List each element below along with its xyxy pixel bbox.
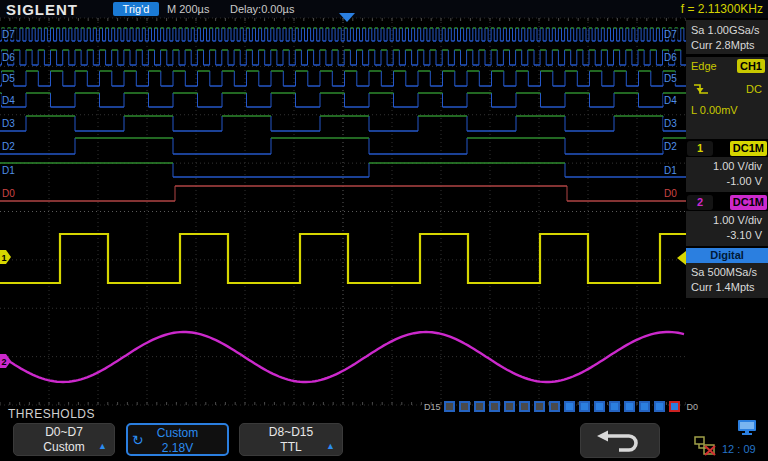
bus-bit	[564, 401, 575, 412]
bus-d0-label: D0	[687, 402, 699, 412]
bus-bit	[669, 401, 680, 412]
ch-label-right[interactable]: D4	[664, 95, 677, 106]
ch-label-left[interactable]: D0	[2, 188, 15, 199]
bus-bit	[609, 401, 620, 412]
return-arrow-icon	[581, 424, 659, 457]
ch-label-left[interactable]: D7	[2, 29, 15, 40]
digital-panel[interactable]: Digital Sa 500MSa/s Curr 1.4Mpts	[686, 248, 768, 298]
ch-label-left[interactable]: D5	[2, 73, 15, 84]
bus-bit	[519, 401, 530, 412]
channel2-coupling-badge[interactable]: DC1M	[730, 195, 767, 210]
channel1-offset: -1.00 V	[686, 174, 762, 189]
ch-label-right[interactable]: D5	[664, 73, 677, 84]
bottom-menu: THRESHOLDS D15 D0 D0~D7 Custom ▲ Custom …	[0, 400, 768, 461]
digital-bus-indicator: D15 D0	[421, 401, 701, 413]
ch-label-right[interactable]: D3	[664, 118, 677, 129]
ch-label-left[interactable]: D6	[2, 52, 15, 63]
channel1-vdiv: 1.00 V/div	[686, 159, 762, 174]
bus-bit	[459, 401, 470, 412]
digital-panel-title[interactable]: Digital	[686, 248, 768, 263]
trigger-panel[interactable]: Edge CH1 DC L 0.00mV	[686, 57, 768, 139]
channel1-number[interactable]: 1	[687, 141, 713, 156]
back-button[interactable]	[580, 423, 660, 458]
bus-bit	[444, 401, 455, 412]
falling-edge-icon	[691, 82, 711, 97]
softkey-d8-d15[interactable]: D8~D15 TTL ▲	[239, 423, 343, 456]
ch-label-right[interactable]: D0	[664, 188, 677, 199]
bus-bit	[549, 401, 560, 412]
bus-bit	[654, 401, 665, 412]
ch-label-right[interactable]: D7	[664, 29, 677, 40]
remote-display-icon	[736, 419, 758, 436]
clock: 12 : 09	[722, 443, 756, 455]
memory-depth: Curr 2.8Mpts	[691, 38, 768, 53]
svg-text:1: 1	[2, 253, 7, 263]
trigger-level-marker[interactable]	[677, 251, 686, 265]
waveform-display: D7D7D6D6D5D5D4D4D3D3D2D2D1D1D0D012	[0, 0, 686, 410]
sample-rate: Sa 1.00GSa/s	[691, 23, 768, 38]
ch-label-left[interactable]: D4	[2, 95, 15, 106]
acquisition-panel: Sa 1.00GSa/s Curr 2.8Mpts	[686, 20, 768, 54]
ch-label-left[interactable]: D2	[2, 141, 15, 152]
bus-d15-label: D15	[424, 402, 441, 412]
trigger-type: Edge	[691, 60, 717, 72]
softkey-d0-d7[interactable]: D0~D7 Custom ▲	[13, 423, 115, 456]
ch-label-right[interactable]: D1	[664, 165, 677, 176]
channel2-panel[interactable]: 2 DC1M 1.00 V/div -3.10 V	[686, 195, 768, 246]
sidebar: Sa 1.00GSa/s Curr 2.8Mpts Edge CH1 DC L …	[686, 18, 768, 461]
ch-label-right[interactable]: D2	[664, 141, 677, 152]
softkey-d8-d15-label: D8~D15	[240, 425, 342, 440]
bus-bit	[474, 401, 485, 412]
bus-bit	[579, 401, 590, 412]
ch-label-left[interactable]: D1	[2, 165, 15, 176]
knob-icon: ↻	[132, 433, 144, 448]
svg-text:2: 2	[2, 357, 7, 367]
lan-disconnected-icon	[692, 436, 718, 456]
channel1-panel[interactable]: 1 DC1M 1.00 V/div -1.00 V	[686, 141, 768, 192]
softkey-d0-d7-label: D0~D7	[14, 425, 114, 440]
bus-bit	[594, 401, 605, 412]
frequency-counter: f = 2.11300KHz	[681, 2, 763, 16]
ch-label-right[interactable]: D6	[664, 52, 677, 63]
softkey-custom-threshold[interactable]: Custom 2.18V ↻	[126, 423, 229, 456]
bus-bit	[504, 401, 515, 412]
trigger-coupling: DC	[746, 83, 762, 95]
channel2-number[interactable]: 2	[687, 195, 713, 210]
up-arrow-icon: ▲	[326, 439, 335, 454]
channel1-coupling-badge[interactable]: DC1M	[730, 141, 767, 156]
bus-bit	[624, 401, 635, 412]
ch2-trace	[0, 332, 684, 382]
bus-bit	[534, 401, 545, 412]
channel2-vdiv: 1.00 V/div	[686, 213, 762, 228]
trigger-level: L 0.00mV	[686, 101, 768, 123]
oscilloscope-screen: SIGLENT Trig'd M 200µs Delay:0.00µs f = …	[0, 0, 768, 461]
menu-title: THRESHOLDS	[8, 407, 95, 421]
ch-label-left[interactable]: D3	[2, 118, 15, 129]
bus-bits	[444, 398, 684, 416]
digital-memory-depth: Curr 1.4Mpts	[691, 280, 768, 295]
up-arrow-icon: ▲	[98, 439, 107, 454]
trigger-source-badge[interactable]: CH1	[737, 59, 765, 73]
channel2-offset: -3.10 V	[686, 228, 762, 243]
bus-bit	[489, 401, 500, 412]
digital-sample-rate: Sa 500MSa/s	[691, 265, 768, 280]
bus-bit	[639, 401, 650, 412]
